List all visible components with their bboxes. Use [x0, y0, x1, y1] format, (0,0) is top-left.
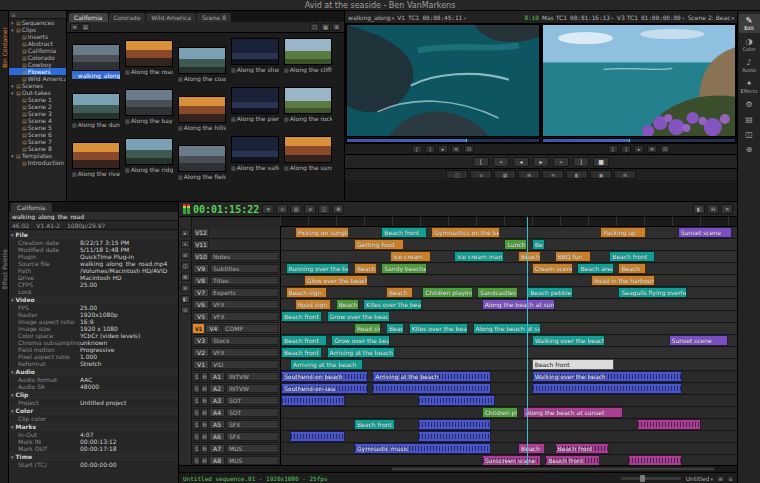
timeline-clip[interactable]: Along the beach at sunset — [473, 323, 541, 334]
track-lane[interactable]: Beach frontGrow over the beachWalking ov… — [280, 335, 737, 346]
panel-menu-icon[interactable]: ≡ — [11, 11, 16, 18]
timeline-clip[interactable]: Sunscreen scene — [482, 455, 541, 465]
clip-thumbnail[interactable] — [284, 38, 332, 65]
playhead[interactable] — [527, 217, 528, 465]
track-solo-button[interactable]: S — [193, 456, 200, 465]
track-lane[interactable]: Beach frontArriving at the beach — [280, 347, 737, 358]
project-tree-item[interactable]: Scene 5 — [9, 124, 66, 131]
track-header[interactable]: V10 Notes — [192, 251, 280, 262]
timeline-clip[interactable] — [281, 395, 345, 406]
timeline-tool-button[interactable]: ≡ — [721, 204, 733, 214]
track-header[interactable]: V1 V4 COMP — [192, 323, 280, 334]
track-sublabel[interactable]: Experts — [210, 288, 279, 297]
track-header[interactable]: V11 — [192, 239, 280, 250]
timeline-clip[interactable] — [418, 431, 491, 442]
smart-tool-button[interactable]: ⊞ — [518, 170, 540, 179]
project-tree-item[interactable]: ▾ Templates — [9, 152, 66, 159]
monitor-button[interactable]: ≡ — [647, 145, 657, 153]
track-name[interactable]: V7 — [193, 288, 209, 297]
track-sublabel[interactable]: INTVW — [226, 372, 279, 381]
timeline-clip[interactable]: Road sign — [295, 299, 331, 310]
track-lane[interactable] — [280, 431, 737, 442]
timeline-clip[interactable]: Beach front — [381, 227, 427, 238]
source-clip-menu[interactable]: walking_along — [348, 14, 394, 21]
timeline-clip[interactable]: Children playing — [482, 407, 518, 418]
timeline-tool-button[interactable]: ≡ — [262, 204, 274, 214]
track-mute-button[interactable]: M — [201, 420, 208, 429]
track-name[interactable]: V4 — [205, 324, 221, 333]
timeline-clip[interactable]: Grow over the beach — [327, 311, 391, 322]
track-header[interactable]: S M A2 INTVW — [192, 383, 280, 394]
track-lane[interactable]: Road signBeachKites over the beachAlong … — [280, 323, 737, 334]
scrollbar-thumb[interactable] — [391, 467, 715, 471]
project-tree-item[interactable]: Scene 1 — [9, 96, 66, 103]
timeline-clip[interactable]: Beach — [618, 263, 645, 274]
track-name[interactable]: V6 — [193, 300, 209, 309]
track-lane[interactable]: Running over the beachBeachSandy beaches… — [280, 263, 737, 274]
bin-clip[interactable]: Along the rocks — [284, 87, 332, 131]
timeline-clip[interactable]: Gymnastics on the beach — [431, 227, 499, 238]
smart-tool-button[interactable]: ▣ — [590, 170, 612, 179]
rail-item-tools[interactable]: ⚙ — [739, 98, 760, 111]
timeline-clip[interactable]: Seagulls flying overhead — [618, 287, 686, 298]
track-mute-button[interactable]: M — [201, 408, 208, 417]
left-rail-tab-effect-palette[interactable]: Effect Palette — [1, 249, 8, 289]
track-lane[interactable]: Beach signBeachChildren playingSandcastl… — [280, 287, 737, 298]
smart-tool-button[interactable]: ▦ — [494, 170, 516, 179]
bin-view-button[interactable]: ▦ — [321, 23, 330, 31]
monitor-button[interactable]: ▸ — [438, 145, 448, 153]
timeline-tool-button[interactable]: ▥ — [290, 204, 302, 214]
timeline-clip[interactable]: Gymnastic music — [354, 443, 491, 454]
timeline-clip[interactable]: Beach pebbles — [527, 287, 573, 298]
timeline-clip[interactable]: Beach front — [281, 311, 322, 322]
timeline-menu-button[interactable]: ≡ — [728, 475, 733, 482]
track-lane[interactable]: Arriving at the beachBeach front — [280, 359, 737, 370]
project-tree-item[interactable]: Introduction — [9, 159, 66, 166]
track-name[interactable]: V8 — [193, 276, 209, 285]
timeline-clip[interactable]: Ice cream — [390, 251, 431, 262]
track-solo-button[interactable]: S — [193, 408, 200, 417]
track-name[interactable]: V3 — [193, 336, 209, 345]
timeline-clip[interactable]: Beach front — [281, 347, 322, 358]
track-lane[interactable]: Beach frontGrow over the beach — [280, 311, 737, 322]
track-sublabel[interactable]: VFX — [210, 312, 279, 321]
mark-out-button[interactable]: ] — [573, 157, 589, 167]
timeline-clip[interactable] — [628, 455, 683, 465]
track-lane[interactable] — [280, 395, 737, 406]
timeline-clip[interactable]: Arriving at the beach — [327, 347, 395, 358]
track-header[interactable]: S M A4 SOT — [192, 407, 280, 418]
project-tree-item[interactable]: Colorado — [9, 54, 66, 61]
timeline-palette-button[interactable]: ◫ — [181, 262, 190, 270]
track-name[interactable]: V12 — [193, 228, 209, 237]
track-lane[interactable]: Children playingAlong the beach at sunse… — [280, 407, 737, 418]
source-timecode[interactable]: 00:00:45:11 — [422, 14, 466, 21]
track-sublabel[interactable]: MUS — [226, 444, 279, 453]
track-header[interactable]: S M A7 MUS — [192, 443, 280, 454]
track-lane[interactable]: Southend-on-sea — [280, 383, 737, 394]
project-tree-item[interactable]: ▾ Scenes — [9, 82, 66, 89]
timeline-clip[interactable]: Beach — [354, 263, 377, 274]
timeline-clip[interactable]: Beach sign — [286, 287, 327, 298]
smart-tool-button[interactable]: ≡ — [542, 170, 564, 179]
master-timecode[interactable]: 00:01:16:13 — [570, 14, 614, 21]
timeline-clip[interactable] — [532, 383, 682, 394]
track-header[interactable]: V3 Stock — [192, 335, 280, 346]
toggle-source-record-button[interactable]: ⊞ — [718, 475, 723, 482]
track-header[interactable]: V8 Titles — [192, 275, 280, 286]
rail-item-edit[interactable]: ✎ Edit — [739, 14, 760, 33]
project-tree-item[interactable]: Scene 7 — [9, 138, 66, 145]
timeline-clip[interactable]: Beach — [518, 251, 541, 262]
track-mute-button[interactable]: M — [201, 432, 208, 441]
timeline-clip[interactable]: Beach front — [555, 443, 610, 454]
timeline-clip[interactable]: Ice cream man — [454, 251, 504, 262]
section-header[interactable]: File — [9, 230, 178, 239]
timeline-clip[interactable]: Walking over the beach — [532, 335, 605, 346]
track-lane[interactable]: Beach front — [280, 419, 737, 430]
section-header[interactable]: Marks — [9, 422, 178, 431]
timeline-clip[interactable]: Kites over the beach — [409, 323, 468, 334]
bin-view-button[interactable]: □ — [310, 23, 319, 31]
track-name[interactable]: V11 — [193, 240, 209, 249]
track-sublabel[interactable]: MUS — [226, 456, 279, 465]
track-sublabel[interactable]: VFX — [210, 300, 279, 309]
bin-clip[interactable]: Along the bay — [125, 89, 173, 131]
